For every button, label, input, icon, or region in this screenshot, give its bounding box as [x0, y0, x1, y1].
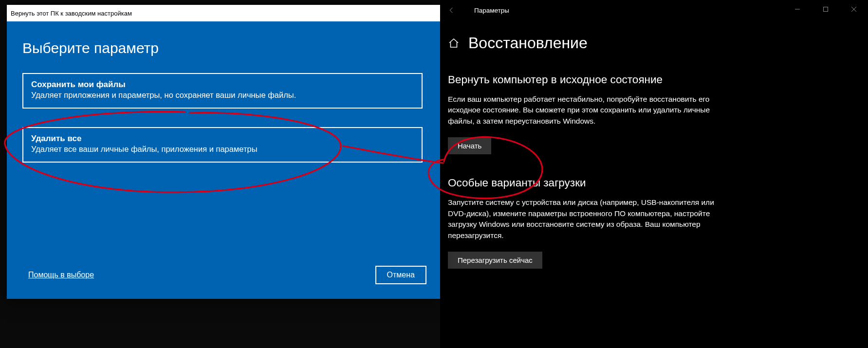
page-title: Восстановление [468, 34, 588, 52]
minimize-button[interactable] [783, 0, 812, 18]
reset-pc-section: Вернуть компьютер в исходное состояние Е… [448, 73, 755, 154]
back-button[interactable] [440, 0, 463, 20]
option-keep-files-title: Сохранить мои файлы [31, 80, 414, 90]
help-link[interactable]: Помощь в выборе [28, 271, 94, 279]
advanced-startup-heading: Особые варианты загрузки [448, 177, 755, 189]
settings-content: Восстановление Вернуть компьютер в исход… [448, 34, 755, 291]
dialog-footer: Помощь в выборе Отмена [28, 266, 426, 284]
option-keep-files-desc: Удаляет приложения и параметры, но сохра… [31, 91, 414, 100]
reset-start-button[interactable]: Начать [448, 137, 491, 154]
dialog-window-title: Вернуть этот ПК к заводским настройкам [11, 10, 132, 17]
advanced-startup-text: Запустите систему с устройства или диска… [448, 197, 725, 241]
page-header: Восстановление [448, 34, 755, 52]
reset-pc-text: Если ваш компьютер работает нестабильно,… [448, 94, 711, 127]
option-remove-everything[interactable]: Удалить все Удаляет все ваши личные файл… [22, 127, 423, 163]
option-keep-files[interactable]: Сохранить мои файлы Удаляет приложения и… [22, 73, 423, 109]
window-controls [783, 0, 868, 18]
maximize-button[interactable] [812, 0, 840, 18]
reset-pc-dialog: Вернуть этот ПК к заводским настройкам В… [7, 5, 440, 299]
svg-rect-1 [824, 7, 828, 12]
settings-title: Параметры [474, 7, 509, 14]
dialog-body: Выберите параметр Сохранить мои файлы Уд… [7, 21, 440, 193]
settings-titlebar: Параметры [440, 0, 868, 20]
advanced-startup-section: Особые варианты загрузки Запустите систе… [448, 177, 755, 269]
dialog-titlebar: Вернуть этот ПК к заводским настройкам [7, 5, 440, 21]
dialog-heading: Выберите параметр [22, 40, 425, 56]
option-remove-everything-desc: Удаляет все ваши личные файлы, приложени… [31, 145, 414, 154]
home-icon [448, 37, 460, 49]
option-remove-everything-title: Удалить все [31, 134, 414, 144]
close-button[interactable] [840, 0, 868, 18]
reset-pc-heading: Вернуть компьютер в исходное состояние [448, 73, 755, 86]
cancel-button[interactable]: Отмена [375, 266, 426, 284]
restart-now-button[interactable]: Перезагрузить сейчас [448, 252, 542, 269]
